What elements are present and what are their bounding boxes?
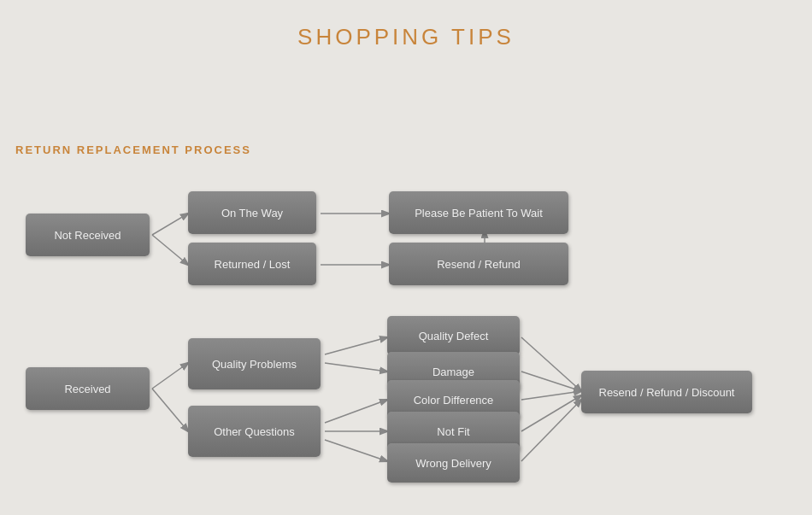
svg-line-16 [521, 395, 581, 431]
svg-line-17 [521, 400, 581, 461]
page-title: SHOPPING TIPS [0, 0, 812, 50]
svg-line-15 [521, 391, 581, 400]
svg-line-8 [325, 337, 387, 354]
svg-line-12 [325, 440, 387, 461]
svg-line-7 [152, 389, 188, 431]
svg-line-1 [152, 214, 188, 235]
resend-refund-box: Resend / Refund [389, 243, 568, 285]
returned-lost-box: Returned / Lost [188, 243, 316, 285]
svg-line-2 [152, 235, 188, 265]
received-box: Received [26, 367, 150, 410]
wrong-delivery-box: Wrong Delivery [387, 443, 520, 483]
svg-line-13 [521, 337, 581, 391]
please-be-patient-box: Please Be Patient To Wait [389, 191, 568, 234]
not-received-box: Not Received [26, 214, 150, 256]
resend-refund-discount-box: Resend / Refund / Discount [581, 371, 752, 413]
svg-line-14 [521, 372, 581, 391]
quality-problems-box: Quality Problems [188, 338, 321, 389]
quality-defect-box: Quality Defect [387, 316, 520, 355]
svg-line-6 [152, 363, 188, 389]
other-questions-box: Other Questions [188, 406, 321, 457]
svg-line-9 [325, 363, 387, 372]
section-label: RETURN REPLACEMENT PROCESS [15, 143, 251, 156]
flowchart: Not Received On The Way Returned / Lost … [0, 171, 812, 504]
svg-line-10 [325, 400, 387, 423]
on-the-way-box: On The Way [188, 191, 316, 234]
